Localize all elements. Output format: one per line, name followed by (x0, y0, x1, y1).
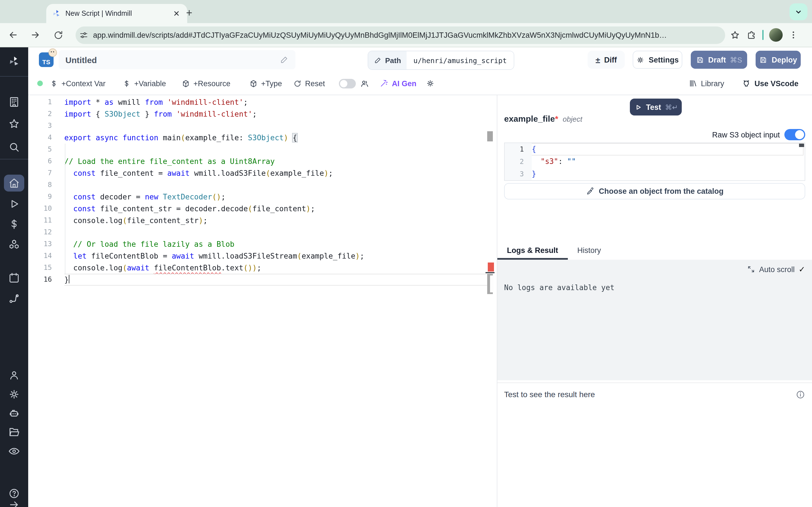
extensions-icon[interactable] (746, 30, 757, 40)
sidebar-eye-icon[interactable] (8, 445, 20, 457)
sidebar-play-icon[interactable] (8, 198, 20, 210)
back-button[interactable] (3, 25, 22, 45)
sidebar-expand-arrow-icon[interactable] (8, 499, 20, 507)
code-line[interactable]: 6// Load the entire file_content as a Ui… (28, 156, 497, 167)
code-line[interactable]: 3} (505, 168, 805, 180)
code-editor[interactable]: 1import * as wmill from 'windmill-client… (28, 95, 497, 507)
sidebar-building-icon[interactable] (8, 96, 20, 108)
required-asterisk: * (555, 114, 558, 123)
browser-actions (730, 28, 799, 42)
code-line[interactable]: 5 (28, 144, 497, 156)
code-line[interactable]: 9 const decoder = new TextDecoder(); (28, 191, 497, 203)
sidebar-home-icon[interactable] (4, 175, 24, 191)
status-dot (37, 80, 43, 86)
line-number: 8 (28, 179, 64, 191)
line-number: 12 (28, 226, 64, 238)
code-line[interactable]: 1import * as wmill from 'windmill-client… (28, 96, 497, 108)
sidebar-cubes-icon[interactable] (8, 238, 20, 251)
settings-button[interactable]: Settings (633, 51, 682, 69)
code-line[interactable]: 7 const file_content = await wmill.loadS… (28, 167, 497, 179)
code-line[interactable]: 2 "s3": "" (505, 156, 805, 168)
deploy-button[interactable]: Deploy (756, 51, 801, 69)
deploy-label: Deploy (772, 55, 797, 64)
edit-pencil-icon[interactable] (280, 55, 289, 64)
add-context-var-button[interactable]: +Context Var (50, 79, 105, 88)
forward-button[interactable] (26, 25, 45, 45)
code-line[interactable]: 12 (28, 226, 497, 238)
package-icon (182, 79, 190, 88)
sidebar-route-icon[interactable] (8, 292, 20, 305)
collaboration-users-icon[interactable] (360, 78, 369, 88)
browser-tab[interactable]: New Script | Windmill ✕ (46, 4, 187, 23)
code-line[interactable]: 13 // Or load the file lazily as a Blob (28, 238, 497, 250)
code-line[interactable]: 15 console.log(await fileContentBlob.tex… (28, 262, 497, 274)
address-bar[interactable]: app.windmill.dev/scripts/add#JTdCJTIyaGF… (75, 26, 725, 44)
path-group[interactable]: Path u/henri/amusing_script (368, 51, 514, 70)
args-json-editor[interactable]: 1{2 "s3": ""3} (504, 143, 805, 181)
line-number: 6 (28, 156, 64, 167)
sidebar-star-icon[interactable] (8, 118, 20, 130)
collaboration-toggle[interactable] (339, 78, 356, 88)
tab-close-icon[interactable]: ✕ (171, 8, 182, 18)
code-line[interactable]: 8 (28, 179, 497, 191)
toggle-off[interactable] (339, 78, 356, 88)
browser-menu-icon[interactable] (788, 30, 799, 40)
code-line[interactable]: 14 let fileContentBlob = await wmill.loa… (28, 250, 497, 262)
editor-scrollbar-thumb[interactable] (487, 131, 493, 142)
code-line[interactable]: 2import { S3Object } from 'windmill-clie… (28, 108, 497, 120)
draft-button[interactable]: Draft ⌘S (691, 51, 747, 69)
window-chevron-button[interactable] (790, 3, 808, 20)
info-icon[interactable] (796, 390, 805, 399)
code-line[interactable]: 3 (28, 120, 497, 132)
windmill-favicon (52, 9, 61, 18)
path-button[interactable]: Path (368, 51, 407, 69)
editor-settings-button[interactable] (426, 79, 435, 88)
reload-button[interactable] (49, 25, 68, 45)
tab-history[interactable]: History (568, 246, 611, 260)
sidebar-user-icon[interactable] (8, 369, 20, 381)
code-line[interactable]: 4export async function main(example_file… (28, 132, 497, 144)
test-label: Test (646, 103, 661, 111)
script-title-field[interactable]: Untitled (59, 50, 296, 69)
add-resource-button[interactable]: +Resource (182, 79, 231, 88)
line-number: 3 (505, 168, 532, 180)
sidebar-dollar-icon[interactable] (8, 218, 20, 230)
sidebar-search-icon[interactable] (8, 141, 20, 153)
app-header: TS Untitled Path u/henri/amusing_script … (28, 47, 812, 72)
raw-s3-toggle-on[interactable] (784, 129, 805, 140)
library-button[interactable]: Library (689, 79, 724, 88)
code-line[interactable]: 16} (28, 274, 497, 286)
tune-icon[interactable] (79, 30, 89, 40)
code-line[interactable]: 10 const file_content_str = decoder.deco… (28, 203, 497, 215)
add-variable-button[interactable]: +Variable (122, 79, 166, 88)
choose-object-button[interactable]: Choose an object from the catalog (504, 183, 805, 200)
diff-button[interactable]: ± Diff (588, 51, 625, 69)
workspace-emoji-icon (49, 48, 57, 57)
autoscroll-control[interactable]: Auto scroll ✓ (747, 265, 805, 274)
test-button[interactable]: Test ⌘↵ (630, 99, 682, 115)
tab-title: New Script | Windmill (65, 10, 171, 17)
path-value[interactable]: u/henri/amusing_script (407, 51, 513, 69)
sidebar-calendar-icon[interactable] (8, 272, 20, 284)
use-vscode-button[interactable]: Use VScode (742, 78, 799, 88)
sidebar-robot-icon[interactable] (8, 407, 20, 420)
profile-avatar[interactable] (769, 28, 783, 42)
code-line[interactable]: 11 console.log(file_content_str); (28, 215, 497, 226)
choose-object-label: Choose an object from the catalog (599, 187, 724, 195)
sidebar-folder-icon[interactable] (8, 426, 20, 438)
line-number: 5 (28, 144, 64, 156)
line-number: 15 (28, 262, 64, 274)
new-tab-button[interactable]: + (186, 6, 192, 20)
line-number: 13 (28, 238, 64, 250)
sidebar-gear-icon[interactable] (8, 388, 20, 400)
bookmark-star-icon[interactable] (730, 30, 741, 40)
sidebar-help-icon[interactable] (8, 487, 20, 500)
ai-gen-button[interactable]: AI Gen (379, 79, 416, 88)
path-label: Path (385, 56, 401, 64)
app-content: TS Untitled Path u/henri/amusing_script … (28, 47, 812, 507)
code-line[interactable]: 1{ (505, 143, 805, 156)
tab-logs-result[interactable]: Logs & Result (497, 246, 568, 260)
add-type-button[interactable]: +Type (249, 79, 282, 88)
json-editor-scrollbar-thumb[interactable] (799, 144, 804, 147)
reset-button[interactable]: Reset (293, 79, 325, 88)
